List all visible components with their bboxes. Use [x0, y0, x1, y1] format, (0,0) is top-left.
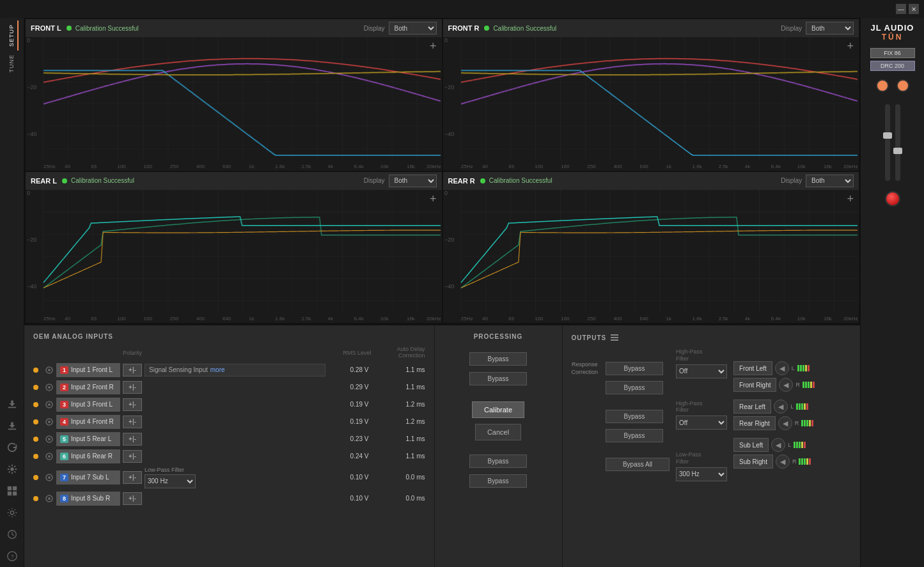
bypass-btn-2[interactable]: Bypass [469, 372, 527, 385]
display-select-front-l[interactable]: BothTargetMeasured [389, 22, 437, 35]
sidebar-icon-download1[interactable] [3, 395, 21, 413]
hpf-select-1[interactable]: Off [676, 364, 727, 378]
front-right-btn[interactable]: Front Right [733, 378, 776, 392]
bypass-btn-4[interactable]: Bypass [469, 474, 527, 488]
app-window: — ✕ SETUP TUNE [0, 0, 924, 567]
bypass-btn-3[interactable]: Bypass [469, 454, 527, 468]
chart-header-front-r: FRONT R Calibration Successful Display B… [443, 19, 859, 37]
outputs-menu-icon[interactable] [610, 333, 619, 342]
indicator-left[interactable] [876, 79, 889, 92]
rear-right-back-btn[interactable]: ◀ [778, 416, 792, 430]
display-select-rear-l[interactable]: BothTargetMeasured [389, 175, 437, 187]
polarity-btn-7[interactable]: +|- [123, 471, 142, 484]
close-button[interactable]: ✕ [909, 4, 919, 14]
sub-left-level-meter [794, 442, 806, 448]
red-knob[interactable] [885, 191, 900, 206]
rms-2: 0.29 V [328, 384, 372, 391]
input-led-5 [33, 437, 38, 442]
sub-left-btn[interactable]: Sub Left [733, 438, 769, 452]
slider-track-left[interactable] [885, 104, 890, 181]
bypass-group2-btn2[interactable]: Bypass [606, 429, 663, 442]
chart-body-front-l: + [26, 37, 442, 171]
device-badge-drc[interactable]: DRC 200 [870, 61, 915, 71]
bypass-group1-btn2[interactable]: Bypass [606, 381, 663, 394]
polarity-btn-6[interactable]: +|- [123, 450, 142, 463]
polarity-btn-4[interactable]: +|- [123, 416, 142, 428]
minimize-button[interactable]: — [896, 4, 906, 14]
chart-header-rear-l: REAR L Calibration Successful Display Bo… [26, 172, 442, 190]
rms-5: 0.23 V [328, 435, 372, 442]
front-right-back-btn[interactable]: ◀ [779, 378, 793, 392]
input-label-btn-5[interactable]: 5 Input 5 Rear L [56, 432, 120, 446]
channel-rear-left: Rear Left ◀ L [733, 400, 842, 414]
chart-zoom-rear-l[interactable]: + [430, 192, 437, 206]
delay-2: 1.1 ms [374, 384, 425, 391]
rear-left-btn[interactable]: Rear Left [733, 400, 771, 414]
outputs-section: OUTPUTS ResponseCorrection [563, 325, 861, 567]
input-label-btn-3[interactable]: 3 Input 3 Front L [56, 398, 120, 412]
input-label-btn-6[interactable]: 6 Input 6 Rear R [56, 449, 120, 463]
sidebar-icon-grid[interactable] [3, 482, 21, 500]
rear-right-btn[interactable]: Rear Right [733, 416, 776, 430]
sidebar-icon-refresh[interactable] [3, 439, 21, 456]
svg-point-26 [48, 497, 51, 500]
input-label-btn-8[interactable]: 8 Input 8 Sub R [56, 492, 120, 506]
front-left-btn[interactable]: Front Left [733, 361, 772, 375]
rear-left-back-btn[interactable]: ◀ [774, 400, 788, 414]
chart-zoom-front-l[interactable]: + [430, 40, 437, 53]
chart-zoom-front-r[interactable]: + [847, 40, 854, 53]
polarity-btn-2[interactable]: +|- [123, 381, 142, 394]
calibrate-button[interactable]: Calibrate [472, 401, 524, 418]
polarity-btn-3[interactable]: +|- [123, 398, 142, 411]
polarity-btn-8[interactable]: +|- [123, 492, 142, 505]
bypass-all-btn[interactable]: Bypass All [606, 458, 670, 471]
signal-bar-1[interactable]: Signal Sensing Input more [145, 364, 325, 377]
oem-inputs-section: OEM ANALOG INPUTS Polarity RMS Level Aut… [24, 325, 435, 567]
input-icon-4 [45, 417, 54, 426]
rms-3: 0.19 V [328, 401, 372, 408]
cancel-button[interactable]: Cancel [475, 424, 521, 440]
input-label-btn-1[interactable]: 1 Input 1 Front L [56, 363, 120, 377]
input-label-btn-2[interactable]: 2 Input 2 Front R [56, 380, 120, 394]
display-label-rear-l: Display [364, 177, 385, 184]
chart-panel-rear-l: REAR L Calibration Successful Display Bo… [26, 172, 442, 323]
hpf-label-2: High-PassFilter [676, 400, 727, 414]
sidebar-tab-tune[interactable]: TUNE [6, 50, 19, 77]
delay-3: 1.2 ms [374, 401, 425, 408]
sidebar-icon-gear[interactable] [3, 504, 21, 522]
input-label-btn-7[interactable]: 7 Input 7 Sub L [56, 470, 120, 485]
lpf-select-output[interactable]: 300 Hz [676, 467, 727, 481]
slider-thumb-right[interactable] [893, 148, 902, 154]
sidebar-tab-setup[interactable]: SETUP [6, 20, 19, 50]
sidebar-icon-download2[interactable] [3, 417, 21, 435]
front-left-back-btn[interactable]: ◀ [775, 361, 789, 375]
bypass-btn-1[interactable]: Bypass [469, 352, 527, 366]
slider-thumb-left[interactable] [883, 132, 892, 139]
sub-left-side-label: L [788, 442, 791, 448]
signal-link-1[interactable]: more [210, 366, 225, 373]
sidebar-icon-help[interactable]: ? [3, 547, 21, 565]
sub-left-back-btn[interactable]: ◀ [771, 438, 785, 452]
input-label-btn-4[interactable]: 4 Input 4 Front R [56, 415, 120, 429]
polarity-btn-1[interactable]: +|- [123, 364, 142, 377]
delay-5: 1.1 ms [374, 435, 425, 442]
sidebar-icon-wheel[interactable] [3, 460, 21, 478]
display-select-front-r[interactable]: BothTargetMeasured [806, 22, 854, 35]
polarity-btn-5[interactable]: +|- [123, 433, 142, 446]
input-row-7: 7 Input 7 Sub L +|- Low-Pass Filter 300 … [33, 467, 425, 488]
front-right-level-meter [803, 382, 815, 388]
sub-right-btn[interactable]: Sub Right [733, 454, 773, 469]
display-select-rear-r[interactable]: BothTargetMeasured [806, 175, 854, 187]
device-badge-fix[interactable]: FIX 86 [870, 48, 915, 58]
sidebar-icon-sync[interactable] [3, 525, 21, 543]
slider-track-right[interactable] [895, 104, 900, 181]
hpf-select-2[interactable]: Off [676, 416, 727, 430]
indicator-right[interactable] [897, 79, 909, 92]
bypass-group1-btn1[interactable]: Bypass [606, 362, 663, 375]
delay-8: 0.0 ms [374, 495, 425, 502]
hpf-label-1: High-PassFilter [676, 348, 727, 362]
lpf-select-7[interactable]: 300 Hz [145, 474, 196, 488]
bypass-group2-btn1[interactable]: Bypass [606, 410, 663, 423]
sub-right-back-btn[interactable]: ◀ [776, 454, 790, 469]
chart-zoom-rear-r[interactable]: + [847, 192, 854, 206]
